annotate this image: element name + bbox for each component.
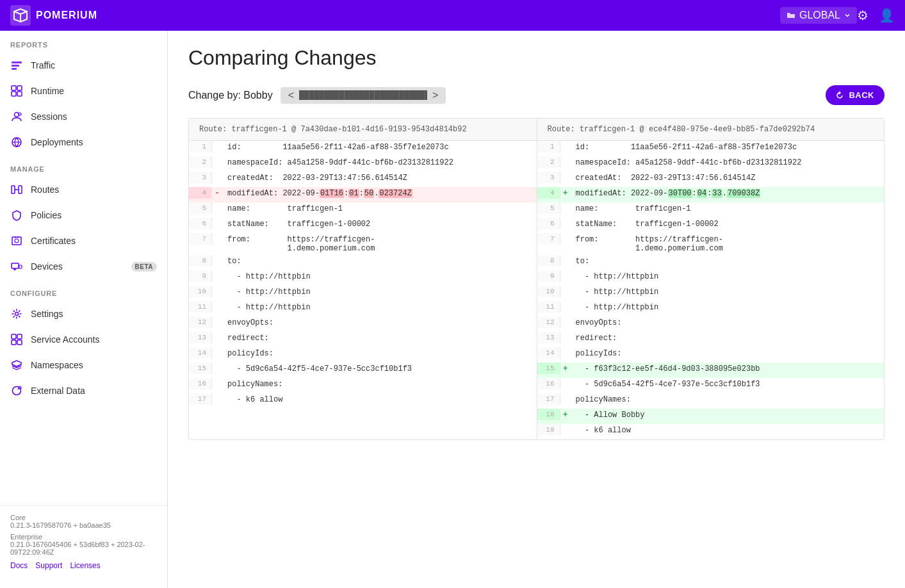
sidebar-item-sessions[interactable]: Sessions (0, 104, 167, 129)
routes-label: Routes (31, 184, 157, 195)
diff-line-content: from: https://trafficgen- 1.demo.pomeriu… (222, 233, 537, 255)
change-by-text: Change by: Bobby (188, 90, 273, 101)
svg-rect-20 (19, 265, 22, 268)
sidebar-item-runtime[interactable]: Runtime (0, 78, 167, 104)
sidebar-item-policies[interactable]: Policies (0, 202, 167, 228)
line-number: 13 (189, 332, 212, 343)
sidebar-item-deployments[interactable]: Deployments (0, 129, 167, 155)
diff-line-content: createdAt: 2022-03-29T13:47:56.614514Z (571, 172, 885, 184)
diff-marker (560, 141, 571, 145)
diff-marker (560, 347, 571, 351)
diff-line-content: id: 11aa5e56-2f11-42a6-af88-35f7e1e2073c (222, 141, 537, 154)
back-label: BACK (849, 90, 874, 100)
settings-icon[interactable]: ⚙ (857, 8, 868, 23)
sidebar-footer: Core 0.21.3-1679587076 + ba0aae35 Enterp… (0, 505, 167, 578)
core-label: Core (10, 514, 26, 521)
line-number: 14 (537, 347, 560, 359)
sidebar: REPORTS Traffic Runtime (0, 31, 168, 588)
diff-row: 7from: https://trafficgen- 1.demo.pomeri… (189, 233, 537, 255)
support-link[interactable]: Support (35, 561, 62, 570)
diff-row: 2namespaceId: a45a1258-9ddf-441c-bf6b-d2… (537, 156, 885, 172)
diff-line-content: - k6 allow (222, 393, 537, 406)
svg-point-28 (13, 387, 21, 395)
svg-rect-1 (12, 61, 22, 63)
diff-marker (212, 202, 222, 206)
diff-line-content: modifiedAt: 2022-09-30T00:04:33.709038Z (571, 187, 885, 200)
sidebar-item-external-data[interactable]: External Data (0, 378, 167, 404)
docs-link[interactable]: Docs (10, 561, 28, 570)
diff-row: 11 - http://httpbin (537, 301, 885, 316)
sidebar-item-service-accounts[interactable]: Service Accounts (0, 327, 167, 352)
diff-line-content: policyNames: (222, 378, 537, 391)
svg-rect-15 (12, 237, 21, 245)
line-number: 11 (189, 301, 212, 313)
hash-prev-button[interactable]: < (286, 90, 297, 101)
sidebar-item-settings[interactable]: Settings (0, 301, 167, 327)
diff-row: 12envoyOpts: (189, 316, 537, 332)
diff-line-content: modifiedAt: 2022-09-01T16:01:50.023724Z (222, 187, 537, 200)
line-number: 2 (189, 156, 212, 168)
runtime-label: Runtime (31, 86, 157, 96)
diff-marker (560, 301, 571, 305)
namespaces-label: Namespaces (31, 360, 157, 370)
enterprise-label: Enterprise (10, 533, 42, 541)
sessions-label: Sessions (31, 111, 157, 122)
svg-rect-12 (12, 186, 15, 193)
diff-row: 3createdAt: 2022-03-29T13:47:56.614514Z (189, 172, 537, 187)
back-button[interactable]: BACK (826, 85, 885, 105)
licenses-link[interactable]: Licenses (70, 561, 100, 570)
diff-container: Route: trafficgen-1 @ 7a430dae-b101-4d16… (188, 118, 885, 440)
diff-row: 17 - k6 allow (189, 393, 537, 409)
diff-row: 1id: 11aa5e56-2f11-42a6-af88-35f7e1e2073… (537, 141, 885, 156)
line-number: 10 (189, 286, 212, 297)
diff-line-content: to: (571, 255, 885, 268)
devices-beta-badge: BETA (131, 262, 157, 272)
highlight-removed: 023724Z (379, 189, 412, 198)
enterprise-version: 0.21.0-1676045406 + 53d6bf83 + 2023-02-0… (10, 541, 145, 556)
diff-row: 9 - http://httpbin (537, 270, 885, 286)
diff-marker (212, 233, 222, 237)
diff-line-content: name: trafficgen-1 (222, 202, 537, 215)
sidebar-item-namespaces[interactable]: Namespaces (0, 352, 167, 378)
diff-line-content: - 5d9c6a54-42f5-4ce7-937e-5cc3cf10b1f3 (222, 363, 537, 375)
line-number: 17 (537, 393, 560, 405)
traffic-icon (10, 59, 23, 72)
line-number: 19 (537, 424, 560, 436)
diff-marker (212, 347, 222, 351)
svg-rect-26 (12, 340, 16, 345)
line-number: 9 (189, 270, 212, 282)
line-number: 3 (189, 172, 212, 183)
core-version: 0.21.3-1679587076 + ba0aae35 (10, 521, 111, 529)
hash-next-button[interactable]: > (430, 90, 441, 101)
diff-marker (212, 156, 222, 160)
diff-line-content: statName: trafficgen-1-00002 (571, 218, 885, 231)
line-number: 6 (537, 218, 560, 229)
diff-marker (560, 424, 571, 428)
diff-row: 5name: trafficgen-1 (537, 202, 885, 218)
diff-marker (560, 378, 571, 382)
user-icon[interactable]: 👤 (879, 8, 895, 23)
diff-line-content: - Allow Bobby (571, 409, 885, 421)
svg-rect-6 (12, 92, 16, 96)
line-number: 6 (189, 218, 212, 229)
external-data-icon (10, 384, 23, 397)
diff-row: 14policyIds: (189, 347, 537, 363)
sidebar-item-certificates[interactable]: Certificates (0, 228, 167, 254)
settings-label: Settings (31, 309, 157, 319)
diff-row: 19 - k6 allow (537, 424, 885, 439)
diff-marker (560, 332, 571, 336)
diff-marker: + (560, 187, 571, 200)
diff-row: 13redirect: (537, 332, 885, 347)
diff-bodies: 1id: 11aa5e56-2f11-42a6-af88-35f7e1e2073… (189, 141, 884, 439)
certificates-label: Certificates (31, 236, 157, 246)
back-icon (836, 91, 845, 100)
diff-marker (212, 301, 222, 305)
sidebar-item-routes[interactable]: Routes (0, 177, 167, 202)
diff-marker: + (560, 409, 571, 421)
sidebar-item-devices[interactable]: Devices BETA (0, 254, 167, 279)
global-selector[interactable]: GLOBAL (780, 7, 857, 24)
diff-marker (560, 202, 571, 206)
diff-marker (212, 141, 222, 145)
reports-section-label: REPORTS (0, 31, 167, 53)
sidebar-item-traffic[interactable]: Traffic (0, 53, 167, 78)
